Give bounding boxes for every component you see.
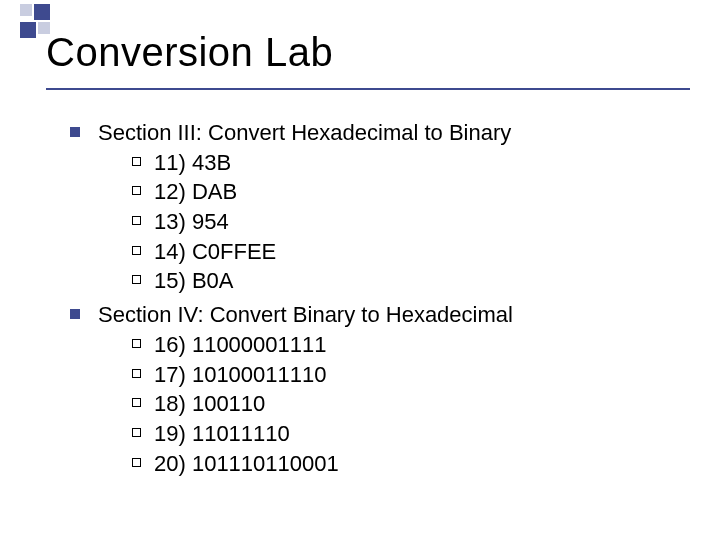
item-text: 19) 11011110: [154, 421, 290, 446]
section-3: Section III: Convert Hexadecimal to Bina…: [70, 118, 680, 296]
item-text: 14) C0FFEE: [154, 239, 276, 264]
list-item: 16) 11000001111: [132, 330, 680, 360]
list-item: 14) C0FFEE: [132, 237, 680, 267]
hollow-square-bullet-icon: [132, 157, 141, 166]
square-bullet-icon: [70, 127, 80, 137]
square-bullet-icon: [70, 309, 80, 319]
list-item: 12) DAB: [132, 177, 680, 207]
item-text: 17) 10100011110: [154, 362, 327, 387]
item-text: 12) DAB: [154, 179, 237, 204]
section-4-items: 16) 11000001111 17) 10100011110 18) 1001…: [98, 330, 680, 478]
hollow-square-bullet-icon: [132, 186, 141, 195]
section-heading: Section IV: Convert Binary to Hexadecima…: [98, 302, 513, 327]
section-4: Section IV: Convert Binary to Hexadecima…: [70, 300, 680, 478]
section-heading: Section III: Convert Hexadecimal to Bina…: [98, 120, 511, 145]
item-text: 20) 101110110001: [154, 451, 339, 476]
list-item: 15) B0A: [132, 266, 680, 296]
item-text: 18) 100110: [154, 391, 265, 416]
list-item: 18) 100110: [132, 389, 680, 419]
hollow-square-bullet-icon: [132, 246, 141, 255]
page-title: Conversion Lab: [46, 30, 333, 75]
item-text: 13) 954: [154, 209, 229, 234]
item-text: 16) 11000001111: [154, 332, 327, 357]
item-text: 15) B0A: [154, 268, 234, 293]
list-item: 20) 101110110001: [132, 449, 680, 479]
item-text: 11) 43B: [154, 150, 231, 175]
hollow-square-bullet-icon: [132, 275, 141, 284]
hollow-square-bullet-icon: [132, 428, 141, 437]
title-underline: [46, 88, 690, 90]
hollow-square-bullet-icon: [132, 339, 141, 348]
hollow-square-bullet-icon: [132, 369, 141, 378]
slide: Conversion Lab Section III: Convert Hexa…: [0, 0, 720, 540]
section-3-items: 11) 43B 12) DAB 13) 954 14) C0FFEE 15) B…: [98, 148, 680, 296]
hollow-square-bullet-icon: [132, 216, 141, 225]
list-item: 13) 954: [132, 207, 680, 237]
list-item: 17) 10100011110: [132, 360, 680, 390]
hollow-square-bullet-icon: [132, 458, 141, 467]
list-item: 11) 43B: [132, 148, 680, 178]
hollow-square-bullet-icon: [132, 398, 141, 407]
content-area: Section III: Convert Hexadecimal to Bina…: [70, 118, 680, 482]
list-item: 19) 11011110: [132, 419, 680, 449]
